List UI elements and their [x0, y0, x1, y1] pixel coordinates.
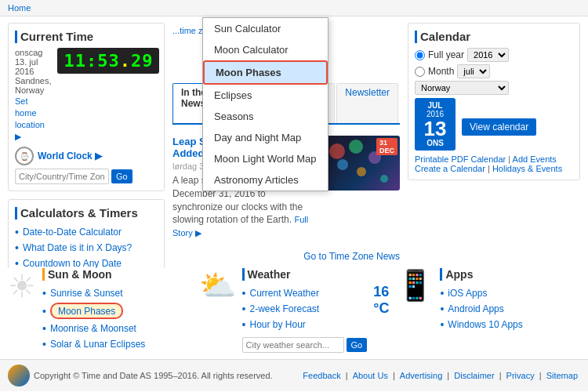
footer-links: Feedback | About Us | Advertising | Disc…	[300, 371, 580, 380]
privacy-link[interactable]: Privacy	[506, 371, 535, 380]
list-item: Moonrise & Moonset	[42, 321, 145, 336]
bokeh-4	[357, 167, 366, 176]
dropdown-item-astronomy-articles[interactable]: Astronomy Articles	[203, 169, 328, 191]
title-bar-weather	[242, 268, 245, 281]
list-item: Windows 10 Apps	[440, 317, 522, 332]
calendar-title: Calendar	[415, 30, 573, 43]
android-apps-link[interactable]: Android Apps	[448, 303, 503, 314]
list-item: Android Apps	[440, 301, 522, 317]
moon-phases-highlight: Moon Phases	[50, 303, 123, 319]
current-time-widget: Current Time onscag 13. jul 2016 Sandnes…	[8, 23, 165, 191]
current-weather-link[interactable]: Current Weather	[249, 288, 318, 299]
dropdown-item-seasons[interactable]: Seasons	[203, 106, 328, 127]
breadcrumb: Home	[0, 0, 588, 16]
list-item: Date-to-Date Calculator	[15, 224, 158, 240]
apps-widget: 📱 Apps iOS Apps Android Apps Windows 10 …	[397, 268, 580, 353]
calendar-date-box: JUL 2016 13 ONS	[415, 98, 456, 151]
go-to-news-link[interactable]: Go to Time Zone News	[303, 251, 400, 262]
dropdown-item-moon-light-map[interactable]: Moon Light World Map	[203, 148, 328, 169]
weather-widget: ⛅ Weather Current Weather 2-week Forecas…	[199, 268, 390, 353]
add-events-link[interactable]: Add Events	[513, 154, 557, 164]
clock-display: 11:53.29	[57, 48, 159, 74]
holidays-link[interactable]: Holidays & Events	[492, 164, 562, 173]
title-bar-blue	[15, 31, 17, 43]
eclipses-link[interactable]: Solar & Lunar Eclipses	[50, 339, 145, 350]
go-to-news: Go to Time Zone News	[172, 251, 400, 262]
sun-moon-widget: ☀ Sun & Moon Sunrise & Sunset Moon Phase…	[8, 268, 191, 353]
dropdown-item-eclipses[interactable]: Eclipses	[203, 85, 328, 106]
footer-copyright: Copyright © Time and Date AS 1995–2016. …	[34, 371, 273, 380]
calc-link-2[interactable]: Countdown to Any Date	[23, 258, 122, 268]
device-icon: 📱	[397, 268, 434, 303]
clock-icon: ⌚	[15, 147, 34, 165]
title-bar-sun	[42, 268, 45, 281]
dropdown-item-sun-calculator[interactable]: Sun Calculator	[203, 18, 328, 39]
full-year-option: Full year 2016	[415, 48, 573, 62]
month-radio[interactable]	[415, 67, 425, 77]
footer-logo: Copyright © Time and Date AS 1995–2016. …	[8, 365, 273, 387]
feedback-link[interactable]: Feedback	[303, 371, 340, 380]
cal-day-number: 13	[418, 118, 452, 139]
time-date: 13. jul 2016	[15, 57, 51, 76]
sitemap-link[interactable]: Sitemap	[546, 371, 578, 380]
month-option: Month juli	[415, 64, 573, 78]
weather-search-row: Go	[242, 337, 368, 353]
two-week-link[interactable]: 2-week Forecast	[249, 303, 319, 314]
calc-link-0[interactable]: Date-to-Date Calculator	[23, 227, 122, 238]
sun-moon-icon: ☀	[8, 268, 36, 304]
logo-icon	[8, 365, 30, 387]
list-item: Countdown to Any Date	[15, 256, 158, 268]
ios-apps-link[interactable]: iOS Apps	[448, 288, 487, 299]
timezone-search-input[interactable]	[15, 169, 109, 184]
time-location: Sandnes, Norway	[15, 76, 51, 95]
weather-search-input[interactable]	[242, 337, 344, 353]
bokeh-6	[380, 175, 388, 183]
month-select[interactable]: juli	[457, 64, 490, 78]
temperature-display: 16 °C	[373, 268, 389, 317]
bokeh-1	[329, 143, 345, 159]
moonrise-link[interactable]: Moonrise & Moonset	[50, 323, 136, 334]
timezone-search-row: Go	[15, 169, 158, 184]
set-home-link[interactable]: Set home location ▶	[15, 96, 45, 141]
printable-pdf-link[interactable]: Printable PDF Calendar	[415, 154, 506, 164]
page-footer: Copyright © Time and Date AS 1995–2016. …	[0, 359, 588, 391]
list-item: Hour by Hour	[242, 317, 368, 332]
year-select[interactable]: 2016	[467, 48, 509, 62]
time-seconds: 29	[131, 51, 154, 71]
apps-list: iOS Apps Android Apps Windows 10 Apps	[440, 285, 522, 332]
bottom-row: ☀ Sun & Moon Sunrise & Sunset Moon Phase…	[0, 268, 588, 359]
list-item: What Date is it in X Days?	[15, 240, 158, 256]
dropdown-item-day-night-map[interactable]: Day and Night Map	[203, 127, 328, 148]
weather-go-button[interactable]: Go	[347, 338, 368, 352]
time-city: onscag	[15, 48, 51, 57]
disclaimer-link[interactable]: Disclaimer	[454, 371, 494, 380]
tab-newsletter[interactable]: Newsletter	[336, 83, 398, 123]
about-link[interactable]: About Us	[353, 371, 388, 380]
moon-phases-link[interactable]: Moon Phases	[58, 306, 115, 317]
weather-icon: ⛅	[199, 268, 236, 303]
timezone-go-button[interactable]: Go	[111, 169, 132, 183]
country-select[interactable]: Norway	[415, 81, 509, 95]
view-calendar-button[interactable]: View calendar	[462, 118, 536, 136]
windows-apps-link[interactable]: Windows 10 Apps	[448, 319, 522, 330]
world-clock-link[interactable]: World Clock ▶	[38, 151, 102, 162]
bokeh-2	[337, 159, 348, 170]
hour-by-hour-link[interactable]: Hour by Hour	[249, 319, 305, 330]
list-item: Current Weather	[242, 285, 368, 301]
calendar-links: Printable PDF Calendar | Add Events Crea…	[415, 154, 573, 173]
world-clock-row: ⌚ World Clock ▶	[15, 147, 158, 165]
list-item: Sunrise & Sunset	[42, 285, 145, 301]
advertising-link[interactable]: Advertising	[400, 371, 442, 380]
home-link[interactable]: Home	[8, 3, 31, 13]
right-column: Calendar Full year 2016 Month ju	[408, 23, 580, 262]
create-calendar-link[interactable]: Create a Calendar	[415, 164, 485, 173]
calculators-widget: Calculators & Timers Date-to-Date Calcul…	[8, 199, 165, 268]
full-year-radio[interactable]	[415, 50, 425, 60]
current-time-title: Current Time	[15, 30, 158, 43]
dropdown-item-moon-calculator[interactable]: Moon Calculator	[203, 39, 328, 60]
sunrise-link[interactable]: Sunrise & Sunset	[50, 288, 123, 299]
list-item: Moon Phases	[42, 301, 145, 321]
dropdown-item-moon-phases[interactable]: Moon Phases	[203, 60, 328, 85]
astronomy-dropdown[interactable]: Sun Calculator Moon Calculator Moon Phas…	[202, 17, 328, 191]
calc-link-1[interactable]: What Date is it in X Days?	[23, 242, 132, 253]
